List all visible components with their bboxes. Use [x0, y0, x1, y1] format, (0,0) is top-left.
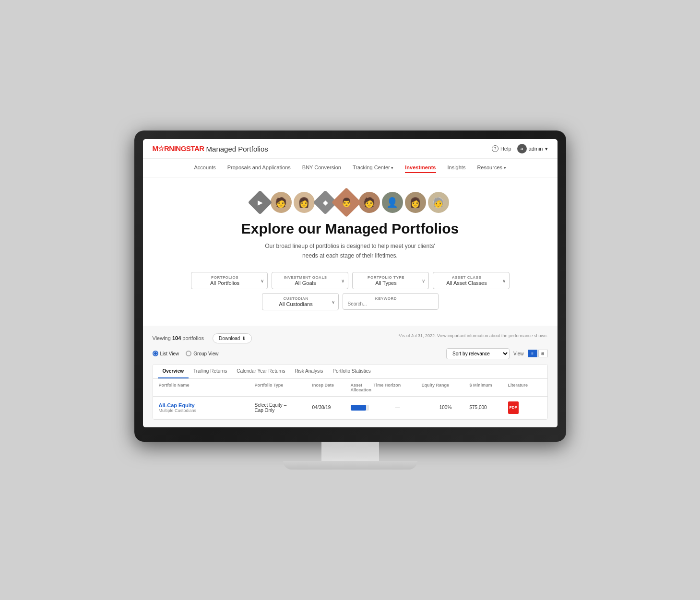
viewing-count-text: Viewing 104 portfolios — [153, 335, 204, 341]
group-view-radio-dot — [186, 351, 191, 356]
group-view-radio[interactable]: Group View — [186, 351, 218, 356]
viewing-prefix: Viewing — [153, 335, 172, 341]
nav-item-resources[interactable]: Resources — [477, 163, 506, 173]
custodian-filter-label: CUSTODIAN — [267, 296, 325, 301]
avatar-1-inner: ▶ — [251, 194, 269, 211]
literature-cell: PDF — [508, 401, 542, 414]
view-label: View — [513, 351, 524, 356]
avatar-2: 🧑 — [271, 192, 292, 213]
avatar-3: 👩 — [294, 192, 315, 213]
top-right-controls: ? Help a admin ▾ — [492, 144, 548, 153]
group-view-label: Group View — [193, 351, 218, 356]
avatar-3-inner: 👩 — [294, 192, 315, 213]
tab-row: Overview Trailing Returns Calendar Year … — [153, 365, 547, 379]
portfolio-name-cell: All-Cap Equity Multiple Custodians — [159, 402, 255, 413]
portfolios-table: Overview Trailing Returns Calendar Year … — [153, 364, 548, 420]
nav-item-tracking[interactable]: Tracking Center — [353, 163, 393, 173]
portfolio-type-filter[interactable]: PORTFOLIO TYPE All Types — [352, 272, 429, 289]
nav-item-proposals[interactable]: Proposals and Applications — [227, 163, 291, 173]
custodian-filter-value: All Custodians — [267, 301, 325, 307]
list-view-radio-dot — [153, 351, 158, 356]
asset-class-filter[interactable]: ASSET CLASS All Asset Classes — [433, 272, 510, 289]
nav-item-bny[interactable]: BNY Conversion — [302, 163, 341, 173]
portfolios-filter-label: PORTFOLIOS — [196, 275, 254, 280]
avatar-6: 🧑 — [359, 192, 380, 213]
filters-section: PORTFOLIOS All Portfolios ∨ INVESTMENT G… — [153, 272, 548, 316]
keyword-filter-wrapper: KEYWORD — [343, 293, 439, 310]
admin-menu-button[interactable]: a admin ▾ — [517, 144, 548, 153]
asset-class-filter-label: ASSET CLASS — [438, 275, 496, 280]
keyword-filter-label: KEYWORD — [348, 296, 425, 301]
table-header: Portfolio Name Portfolio Type Incep Date… — [153, 379, 547, 397]
content-section: Viewing 104 portfolios Download ⬇ *As of… — [143, 326, 558, 427]
portfolio-type-filter-wrapper: PORTFOLIO TYPE All Types ∨ — [352, 272, 429, 289]
pdf-icon[interactable]: PDF — [508, 401, 519, 414]
avatar-7: 👤 — [382, 192, 403, 213]
admin-label: admin — [529, 146, 543, 152]
avatar-1: ▶ — [248, 190, 272, 215]
download-icon: ⬇ — [242, 336, 246, 341]
equity-range-cell: 100% — [422, 405, 470, 410]
tab-trailing-returns[interactable]: Trailing Returns — [189, 365, 232, 378]
asset-class-filter-value: All Asset Classes — [438, 280, 496, 286]
nav-menu: Accounts Proposals and Applications BNY … — [143, 159, 558, 177]
portfolio-name[interactable]: All-Cap Equity — [159, 402, 255, 408]
investment-goals-filter[interactable]: INVESTMENT GOALS All Goals — [272, 272, 348, 289]
viewing-suffix: portfolios — [181, 335, 204, 341]
help-icon: ? — [492, 145, 498, 152]
help-label: Help — [500, 146, 511, 152]
portfolio-type-filter-label: PORTFOLIO TYPE — [357, 275, 415, 280]
col-header-time-horizon: Time Horizon — [374, 383, 422, 392]
monitor-stand-neck — [321, 442, 379, 461]
tab-risk-analysis[interactable]: Risk Analysis — [290, 365, 328, 378]
content-header-left: Viewing 104 portfolios Download ⬇ — [153, 333, 252, 343]
portfolio-type-chevron-icon: ∨ — [422, 278, 425, 283]
avatar-5: 👨 — [331, 188, 361, 217]
content-top-bar: Viewing 104 portfolios Download ⬇ *As of… — [153, 333, 548, 343]
logo-morningstar: M☆RNINGSTAR — [153, 144, 204, 153]
tab-portfolio-statistics[interactable]: Portfolio Statistics — [328, 365, 375, 378]
avatar-9-inner: 🧓 — [428, 192, 449, 213]
admin-avatar: a — [517, 144, 527, 153]
asset-allocation-bar-fill — [351, 405, 366, 411]
portfolio-type-cell: Select Equity –Cap Only — [255, 402, 312, 413]
col-header-equity-range: Equity Range — [422, 383, 470, 392]
avatar-8: 👩 — [405, 192, 426, 213]
portfolios-filter[interactable]: PORTFOLIOS All Portfolios — [191, 272, 268, 289]
portfolio-count: 104 — [172, 335, 181, 341]
asset-class-chevron-icon: ∨ — [502, 278, 506, 283]
minimum-cell: $75,000 — [470, 405, 508, 410]
hero-subtitle: Our broad lineup of portfolios is design… — [153, 242, 548, 260]
nav-item-insights[interactable]: Insights — [448, 163, 466, 173]
portfolios-filter-value: All Portfolios — [196, 280, 254, 286]
col-header-portfolio-type: Portfolio Type — [255, 383, 312, 392]
avatar-5-inner: 👨 — [336, 192, 357, 213]
hero-title: Explore our Managed Portfolios — [153, 221, 548, 237]
nav-item-investments[interactable]: Investments — [405, 163, 436, 173]
investment-goals-filter-value: All Goals — [277, 280, 334, 286]
portfolio-custodians: Multiple Custodians — [159, 408, 255, 413]
list-view-icon-button[interactable]: ≡ — [528, 350, 537, 357]
investment-goals-filter-wrapper: INVESTMENT GOALS All Goals ∨ — [272, 272, 348, 289]
tab-calendar-year-returns[interactable]: Calendar Year Returns — [232, 365, 290, 378]
custodian-filter[interactable]: CUSTODIAN All Custodians — [262, 293, 339, 310]
tab-overview[interactable]: Overview — [158, 365, 189, 378]
keyword-search-input[interactable] — [348, 301, 425, 306]
investment-goals-chevron-icon: ∨ — [341, 278, 344, 283]
admin-chevron-icon: ▾ — [545, 146, 548, 152]
sort-select[interactable]: Sort by relevance — [446, 348, 510, 359]
avatar-row: ▶ 🧑 👩 ◆ 👨 🧑 — [153, 192, 548, 213]
grid-view-icon-button[interactable]: ⊞ — [538, 350, 548, 357]
keyword-filter: KEYWORD — [343, 293, 439, 310]
nav-item-accounts[interactable]: Accounts — [194, 163, 215, 173]
download-label: Download — [219, 336, 240, 341]
col-header-incep-date: Incep Date — [312, 383, 351, 392]
help-button[interactable]: ? Help — [492, 145, 511, 152]
col-header-portfolio-name: Portfolio Name — [159, 383, 255, 392]
list-view-radio[interactable]: List View — [153, 351, 179, 356]
col-header-literature: Literature — [508, 383, 542, 392]
as-of-text: *As of Jul 31, 2022. View important info… — [398, 333, 547, 338]
avatar-7-inner: 👤 — [382, 192, 403, 213]
avatar-2-inner: 🧑 — [271, 192, 292, 213]
download-button[interactable]: Download ⬇ — [213, 333, 252, 343]
